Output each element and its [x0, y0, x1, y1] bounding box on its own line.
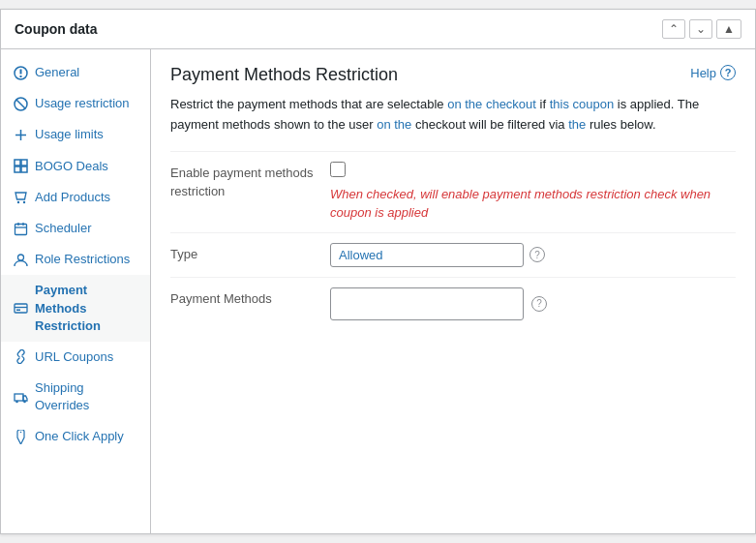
sidebar-label-payment-methods: Payment Methods Restriction	[35, 282, 138, 335]
shipping-overrides-icon	[13, 389, 28, 405]
sidebar-item-scheduler[interactable]: Scheduler	[1, 213, 150, 244]
svg-rect-20	[16, 310, 20, 312]
bogo-icon	[13, 159, 28, 174]
sidebar-label-usage-limits: Usage limits	[35, 126, 138, 143]
main-content: Payment Methods Restriction Help ? Restr…	[151, 49, 755, 533]
sidebar: General Usage restriction	[1, 49, 151, 533]
sidebar-item-bogo[interactable]: BOGO Deals	[1, 151, 150, 182]
help-link[interactable]: Help ?	[690, 65, 736, 80]
sidebar-item-one-click-apply[interactable]: One Click Apply	[1, 421, 150, 452]
help-icon: ?	[720, 65, 736, 80]
collapse-up-button[interactable]: ⌃	[662, 19, 685, 39]
sidebar-label-general: General	[35, 64, 138, 81]
usage-restriction-icon	[13, 96, 28, 111]
panel-body: General Usage restriction	[1, 49, 755, 533]
sidebar-label-one-click-apply: One Click Apply	[35, 428, 138, 445]
svg-point-23	[23, 400, 26, 403]
scheduler-icon	[13, 221, 28, 236]
svg-point-22	[15, 400, 18, 403]
header-controls: ⌃ ⌄ ▲	[662, 19, 741, 39]
sidebar-label-scheduler: Scheduler	[35, 220, 138, 237]
enable-checkbox-row	[330, 162, 346, 177]
svg-point-11	[16, 201, 18, 203]
svg-rect-18	[15, 304, 27, 313]
type-select[interactable]: Allowed Disallowed	[330, 243, 524, 267]
sidebar-item-usage-limits[interactable]: Usage limits	[1, 119, 150, 150]
sidebar-label-usage-restriction: Usage restriction	[35, 95, 138, 112]
svg-rect-2	[19, 75, 21, 77]
sidebar-item-add-products[interactable]: Add Products	[1, 182, 150, 213]
payment-methods-icon	[13, 301, 28, 317]
svg-rect-10	[21, 166, 27, 172]
content-title: Payment Methods Restriction	[170, 65, 398, 85]
type-select-wrapper: Allowed Disallowed ?	[330, 243, 545, 267]
panel-title: Coupon data	[15, 21, 98, 37]
general-icon	[13, 65, 28, 80]
enable-field: When checked, will enable payment method…	[330, 162, 736, 223]
one-click-apply-icon	[13, 430, 28, 445]
add-products-icon	[13, 190, 28, 205]
enable-checkbox[interactable]	[330, 162, 346, 177]
sidebar-label-shipping-overrides: Shipping Overrides	[35, 379, 138, 414]
payment-methods-field-row: Payment Methods ?	[170, 277, 736, 330]
type-field: Allowed Disallowed ?	[330, 243, 736, 267]
sidebar-item-usage-restriction[interactable]: Usage restriction	[1, 88, 150, 119]
sidebar-label-url-coupons: URL Coupons	[35, 348, 138, 366]
content-header: Payment Methods Restriction Help ?	[170, 65, 736, 85]
svg-rect-7	[15, 160, 20, 166]
sidebar-label-add-products: Add Products	[35, 189, 138, 206]
sidebar-item-general[interactable]: General	[1, 57, 150, 88]
svg-point-24	[19, 432, 21, 434]
sidebar-item-shipping-overrides[interactable]: Shipping Overrides	[1, 373, 150, 421]
sidebar-item-payment-methods[interactable]: Payment Methods Restriction	[1, 275, 150, 342]
collapse-down-button[interactable]: ⌄	[689, 19, 712, 39]
description-text: Restrict the payment methods that are se…	[170, 95, 736, 136]
payment-methods-label: Payment Methods	[170, 287, 330, 309]
payment-methods-input-row: ?	[330, 287, 547, 320]
svg-rect-13	[15, 224, 26, 234]
svg-rect-9	[15, 166, 20, 172]
svg-rect-1	[19, 69, 21, 74]
url-coupons-icon	[13, 349, 28, 365]
svg-line-4	[16, 100, 25, 108]
svg-rect-8	[21, 160, 27, 166]
payment-methods-input[interactable]	[330, 287, 524, 320]
payment-methods-field: ?	[330, 287, 736, 320]
role-restrictions-icon	[13, 252, 28, 267]
coupon-panel: Coupon data ⌃ ⌄ ▲ General	[0, 9, 756, 534]
help-label: Help	[690, 66, 716, 80]
type-field-row: Type Allowed Disallowed ?	[170, 232, 736, 277]
sidebar-item-url-coupons[interactable]: URL Coupons	[1, 342, 150, 373]
expand-button[interactable]: ▲	[716, 19, 741, 39]
usage-limits-icon	[13, 127, 28, 142]
svg-rect-21	[15, 394, 23, 401]
enable-field-row: Enable payment methods restriction When …	[170, 151, 736, 232]
enable-label: Enable payment methods restriction	[170, 162, 330, 201]
sidebar-item-role-restrictions[interactable]: Role Restrictions	[1, 244, 150, 275]
payment-methods-help-icon[interactable]: ?	[531, 296, 547, 312]
type-label: Type	[170, 243, 330, 264]
type-help-icon[interactable]: ?	[529, 247, 545, 262]
svg-point-12	[22, 201, 24, 203]
sidebar-label-bogo: BOGO Deals	[35, 158, 138, 175]
panel-header: Coupon data ⌃ ⌄ ▲	[1, 10, 755, 49]
enable-hint: When checked, will enable payment method…	[330, 185, 736, 223]
sidebar-label-role-restrictions: Role Restrictions	[35, 251, 138, 268]
svg-point-17	[17, 255, 23, 260]
